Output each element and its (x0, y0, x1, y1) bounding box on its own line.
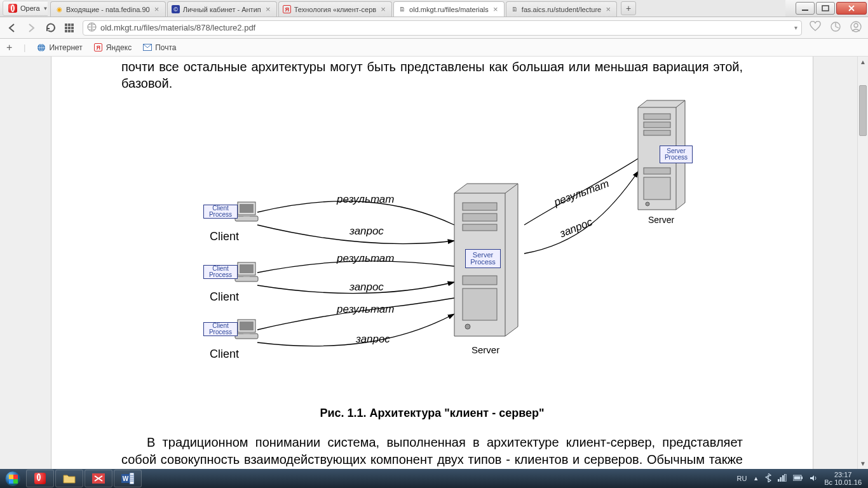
edge-request: запрос (349, 281, 384, 294)
tab-antiplagiat[interactable]: © Личный кабинет - Антип × (167, 1, 277, 17)
yandex-favicon-icon: Я (283, 5, 292, 14)
address-bar: old.mkgt.ru/files/materials/878/lecture2… (0, 17, 868, 39)
opera-label: Opera (20, 4, 40, 12)
start-button[interactable] (0, 469, 25, 488)
network-icon[interactable] (778, 474, 787, 483)
tray-lang[interactable]: RU (736, 475, 747, 482)
server-label: Server (648, 215, 674, 225)
tray-time: 23:17 (824, 471, 862, 478)
window-controls (796, 2, 868, 15)
bookmark-yandex[interactable]: Я Яндекс (94, 43, 132, 52)
svg-rect-20 (243, 215, 250, 217)
bookmark-internet[interactable]: Интернет (37, 43, 82, 52)
client-process-label: Client Process (203, 265, 238, 279)
tray-clock[interactable]: 23:17 Вс 10.01.16 (824, 471, 862, 486)
tab-inbox[interactable]: ◉ Входящие - nata.fedina.90 × (50, 1, 166, 17)
tab-title: Личный кабинет - Антип (183, 6, 261, 13)
diagram-client-server: Client Process Client Client Process Cli… (146, 98, 718, 396)
taskbar-item-word[interactable]: W (114, 470, 142, 487)
svg-rect-22 (240, 264, 254, 273)
scroll-down-button[interactable]: ▼ (858, 458, 868, 469)
close-icon[interactable]: × (264, 5, 273, 14)
taskbar-item-explorer[interactable] (55, 470, 83, 487)
tab-title: Технология «клиент-серв (294, 6, 376, 13)
word-icon: W (121, 473, 134, 484)
tab-title: fas.aics.ru/student/lecture (522, 6, 601, 13)
mail-favicon-icon: ◉ (55, 5, 64, 14)
opera-logo-icon (34, 473, 46, 484)
svg-rect-6 (71, 27, 74, 29)
svg-rect-2 (68, 24, 71, 26)
opera-logo-icon (8, 4, 17, 13)
heart-icon[interactable] (810, 21, 821, 35)
scroll-thumb[interactable] (859, 85, 867, 136)
file-favicon-icon: 🗎 (398, 5, 407, 14)
speed-dial-button[interactable] (64, 22, 75, 34)
tab-pdf-active[interactable]: 🗎 old.mkgt.ru/files/materials × (393, 1, 505, 17)
close-icon[interactable]: × (153, 5, 161, 14)
close-window-button[interactable] (836, 2, 867, 15)
svg-rect-33 (463, 288, 497, 320)
svg-rect-23 (235, 276, 258, 281)
windows-taskbar: W RU ▲ 23:17 Вс 10.01.16 (0, 469, 868, 488)
computer-icon (234, 200, 259, 225)
bookmark-label: Яндекс (106, 43, 132, 52)
server-label: Server (471, 344, 499, 355)
scroll-up-button[interactable]: ▲ (858, 57, 868, 67)
tab-yandex[interactable]: Я Технология «клиент-серв × (278, 1, 392, 17)
svg-rect-28 (243, 332, 250, 334)
tab-title: old.mkgt.ru/files/materials (409, 6, 489, 13)
new-tab-button[interactable]: + (621, 1, 636, 15)
forward-button[interactable] (25, 22, 37, 34)
file-favicon-icon: 🗎 (510, 5, 519, 14)
add-bookmark-button[interactable]: + (6, 42, 12, 53)
diagram-server-remote: Server Process (635, 98, 688, 212)
window-titlebar: Opera ▼ ◉ Входящие - nata.fedina.90 × © … (0, 0, 868, 17)
svg-rect-4 (65, 27, 67, 29)
tab-fas[interactable]: 🗎 fas.aics.ru/student/lecture × (506, 1, 617, 17)
close-icon[interactable]: × (604, 5, 613, 14)
back-button[interactable] (6, 22, 18, 34)
taskbar-item-opera[interactable] (26, 470, 54, 487)
reload-button[interactable] (44, 22, 56, 34)
svg-rect-9 (71, 30, 74, 32)
taskbar-item-snip[interactable] (85, 470, 112, 487)
client-label: Client (210, 230, 239, 243)
yandex-icon: Я (94, 43, 103, 52)
svg-rect-8 (68, 30, 71, 32)
svg-rect-46 (780, 477, 782, 482)
vertical-scrollbar[interactable]: ▲ ▼ (857, 57, 868, 469)
svg-point-34 (465, 324, 470, 329)
edge-result: результат (337, 252, 394, 265)
battery-icon[interactable] (793, 475, 803, 482)
client-label: Client (210, 290, 239, 304)
svg-rect-35 (644, 114, 670, 119)
client-process-label: Client Process (203, 322, 238, 336)
svg-rect-37 (644, 130, 670, 135)
turbo-icon[interactable] (830, 21, 841, 35)
svg-rect-31 (463, 224, 497, 231)
volume-icon[interactable] (810, 474, 818, 484)
minimize-button[interactable] (796, 2, 815, 15)
url-input[interactable]: old.mkgt.ru/files/materials/878/lecture2… (83, 20, 802, 36)
bluetooth-icon[interactable] (765, 473, 771, 484)
diagram-server-main: Server Process (451, 180, 521, 339)
maximize-button[interactable] (816, 2, 835, 15)
tab-title: Входящие - nata.fedina.90 (66, 6, 150, 13)
bookmark-mail[interactable]: Почта (143, 43, 176, 52)
bookmarks-bar: + | Интернет Я Яндекс Почта (0, 39, 868, 57)
dropdown-icon[interactable]: ▾ (794, 24, 797, 31)
profile-icon[interactable] (850, 21, 862, 35)
svg-rect-1 (65, 24, 67, 26)
tray-show-hidden-icon[interactable]: ▲ (753, 475, 759, 482)
svg-rect-30 (463, 214, 497, 221)
opera-menu-button[interactable]: Opera ▼ (3, 1, 54, 16)
figure-caption: Рис. 1.1. Архитектура "клиент - сервер" (51, 407, 813, 420)
bookmark-label: Почта (155, 43, 176, 52)
svg-rect-18 (240, 204, 254, 213)
url-text: old.mkgt.ru/files/materials/878/lecture2… (100, 23, 790, 32)
close-icon[interactable]: × (379, 5, 388, 14)
svg-rect-32 (463, 276, 497, 285)
close-icon[interactable]: × (491, 5, 500, 14)
edge-result: результат (337, 193, 394, 206)
